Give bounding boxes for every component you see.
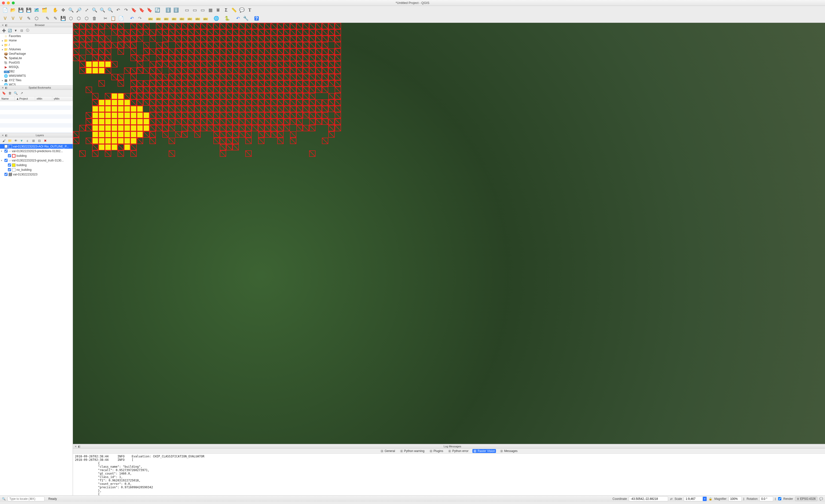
toolbar-button[interactable] (52, 7, 59, 13)
toolbar-button[interactable] (83, 7, 90, 13)
toolbar-button[interactable] (186, 15, 194, 22)
toolbar-button[interactable] (59, 7, 67, 13)
log-tab-general[interactable]: ✕General (379, 449, 396, 453)
browser-collapse-icon[interactable]: ⊟ (19, 28, 24, 33)
toolbar-button[interactable] (136, 15, 143, 22)
toolbar-button[interactable] (83, 15, 90, 22)
layers-undock-icon[interactable]: ◧ (4, 134, 8, 137)
toolbar-button[interactable] (1, 7, 9, 13)
close-icon[interactable]: ✕ (473, 449, 476, 453)
log-close-icon[interactable]: ✕ (74, 445, 77, 448)
browser-item[interactable]: ▸Home (0, 38, 73, 43)
toolbar-button[interactable] (33, 7, 40, 13)
browser-item[interactable]: ▸XYZ Tiles (0, 78, 73, 82)
browser-item[interactable]: PostGIS (0, 60, 73, 65)
toolbar-button[interactable] (118, 15, 125, 22)
layer-gt-class-nobuilding[interactable]: no_building (0, 167, 73, 172)
layer-predictions-class-building[interactable]: building (0, 153, 73, 158)
bookmarks-table[interactable]: Name ▲ Project xMin yMin (0, 96, 73, 133)
layer-row-aoi[interactable]: val-013022232023-AOI Rio_OUTLINE_P... (0, 144, 73, 149)
browser-item[interactable]: DB2 (0, 69, 73, 74)
toolbar-button[interactable] (9, 7, 17, 13)
toolbar-button[interactable] (91, 7, 98, 13)
toolbar-button[interactable] (207, 7, 214, 13)
log-tab-pyerr[interactable]: ✕Python error (447, 449, 469, 453)
toolbar-button[interactable] (199, 7, 206, 13)
layer-row-groundtruth[interactable]: ▾ ▱ val-013022232023-ground_truth 0130..… (0, 158, 73, 163)
layers-visibility-icon[interactable] (13, 138, 18, 143)
layer-gt-building-checkbox[interactable] (8, 163, 11, 167)
layers-remove-icon[interactable] (43, 138, 48, 143)
layer-gt-class-building[interactable]: building (0, 163, 73, 167)
close-icon[interactable]: ✕ (400, 449, 403, 453)
toolbar-button[interactable] (102, 15, 109, 22)
bookmarks-close-icon[interactable]: ✕ (1, 86, 4, 89)
browser-item[interactable]: WCS (0, 82, 73, 85)
toolbar-button[interactable] (106, 7, 114, 13)
toolbar-button[interactable] (162, 15, 170, 22)
close-icon[interactable]: ✕ (500, 449, 503, 453)
toolbar-button[interactable] (75, 7, 82, 13)
browser-item[interactable]: WMS/WMTS (0, 74, 73, 78)
extents-toggle-icon[interactable]: ⇄ (670, 497, 673, 501)
toolbar-button[interactable] (91, 15, 98, 22)
toolbar-button[interactable] (213, 15, 220, 22)
scale-input[interactable] (684, 496, 703, 501)
layer-aoi-checkbox[interactable] (4, 145, 8, 148)
layer-predictions-checkbox[interactable] (4, 150, 8, 153)
toolbar-button[interactable] (67, 15, 75, 22)
log-tab-plugins[interactable]: ✕Plugins (429, 449, 444, 453)
layer-pred-building-checkbox[interactable] (8, 154, 11, 157)
bookmark-zoom-icon[interactable]: 🔍 (13, 91, 18, 95)
layer-row-raster[interactable]: val-013022232023 (0, 172, 73, 177)
locate-input[interactable] (8, 496, 45, 501)
toolbar-button[interactable] (170, 15, 178, 22)
bookmark-share-icon[interactable]: ↗ (19, 91, 24, 95)
browser-undock-icon[interactable]: ◧ (4, 23, 8, 27)
close-icon[interactable]: ✕ (430, 449, 433, 453)
toolbar-button[interactable] (222, 7, 230, 13)
bookmark-delete-icon[interactable]: 🗑 (7, 91, 12, 95)
layers-style-icon[interactable]: 🖌 (1, 138, 6, 143)
scale-lock-icon[interactable] (708, 497, 712, 501)
toolbar-button[interactable] (155, 15, 162, 22)
toolbar-button[interactable] (154, 7, 161, 13)
toolbar-button[interactable] (52, 15, 59, 22)
bookmarks-col-ymin[interactable]: yMin (52, 96, 73, 101)
browser-add-icon[interactable]: ➕ (1, 28, 6, 33)
toolbar-button[interactable] (17, 7, 24, 13)
magnifier-input[interactable] (729, 496, 742, 501)
toolbar-button[interactable] (130, 7, 138, 13)
toolbar-button[interactable] (223, 15, 231, 22)
toolbar-button[interactable] (67, 7, 75, 13)
toolbar-button[interactable] (9, 15, 17, 22)
toolbar-button[interactable] (147, 15, 154, 22)
toolbar-button[interactable] (253, 15, 260, 22)
toolbar-button[interactable] (99, 7, 106, 13)
browser-refresh-icon[interactable]: 🔄 (7, 28, 12, 33)
toolbar-button[interactable] (234, 15, 242, 22)
layer-raster-checkbox[interactable] (4, 173, 8, 176)
log-tab-messages[interactable]: ✕Messages (499, 449, 519, 453)
toolbar-button[interactable] (183, 7, 191, 13)
layers-expand-icon[interactable] (31, 138, 36, 143)
toolbar-button[interactable] (202, 15, 209, 22)
browser-close-icon[interactable]: ✕ (1, 23, 4, 27)
map-canvas[interactable] (73, 23, 825, 444)
browser-item[interactable]: ▸/ (0, 43, 73, 47)
crs-button[interactable]: EPSG:4326 (795, 497, 817, 501)
toolbar-button[interactable] (194, 15, 201, 22)
toolbar-button[interactable] (115, 7, 122, 13)
toolbar-button[interactable] (246, 7, 253, 13)
toolbar-button[interactable] (109, 15, 117, 22)
layers-tree[interactable]: val-013022232023-AOI Rio_OUTLINE_P... ▾ … (0, 144, 73, 495)
close-icon[interactable]: ✕ (380, 449, 383, 453)
rotation-input[interactable] (759, 496, 773, 501)
messages-icon[interactable] (819, 497, 823, 501)
log-tab-rastervision[interactable]: ✕Raster Vision (472, 449, 496, 453)
bookmark-add-icon[interactable]: 🔖 (1, 91, 6, 95)
layers-expr-icon[interactable] (25, 138, 30, 143)
toolbar-button[interactable] (164, 7, 172, 13)
toolbar-button[interactable] (122, 7, 130, 13)
layers-close-icon[interactable]: ✕ (1, 134, 4, 137)
